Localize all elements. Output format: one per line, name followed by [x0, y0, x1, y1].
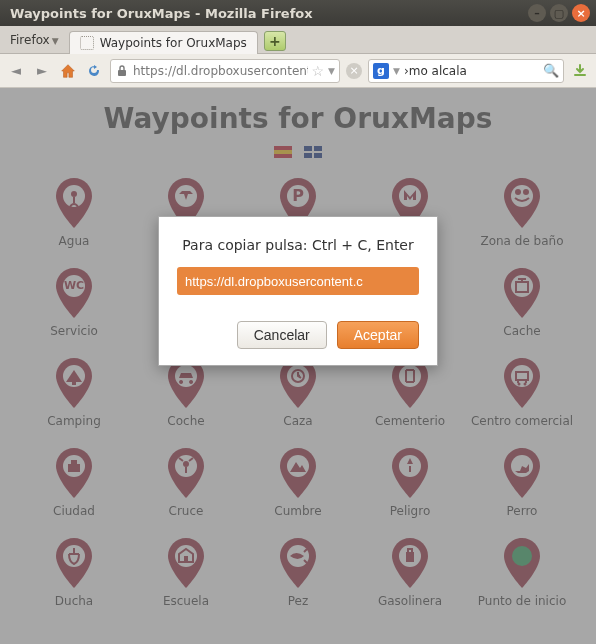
window-close-button[interactable]: ×	[572, 4, 590, 22]
reload-button[interactable]	[84, 61, 104, 81]
svg-rect-0	[118, 70, 126, 76]
google-search-icon: g	[373, 63, 389, 79]
chevron-down-icon: ▼	[52, 36, 59, 46]
accept-button[interactable]: Aceptar	[337, 321, 419, 349]
home-button[interactable]	[58, 61, 78, 81]
window-maximize-button[interactable]: ▢	[550, 4, 568, 22]
modal-overlay	[0, 88, 596, 644]
tab-strip: Firefox▼ Waypoints for OruxMaps +	[0, 26, 596, 54]
browser-tab[interactable]: Waypoints for OruxMaps	[69, 31, 258, 54]
copy-url-dialog: Para copiar pulsa: Ctrl + C, Enter Cance…	[158, 216, 438, 366]
dialog-message: Para copiar pulsa: Ctrl + C, Enter	[177, 237, 419, 253]
window-title: Waypoints for OruxMaps - Mozilla Firefox	[6, 6, 524, 21]
tab-favicon-placeholder-icon	[80, 36, 94, 50]
search-submit-icon[interactable]: 🔍	[543, 63, 559, 78]
cancel-button[interactable]: Cancelar	[237, 321, 327, 349]
url-dropdown-icon[interactable]: ▼	[328, 66, 335, 76]
bookmark-star-icon[interactable]: ☆	[312, 63, 325, 79]
lock-icon	[115, 64, 129, 78]
dialog-url-input[interactable]	[177, 267, 419, 295]
downloads-button[interactable]	[570, 61, 590, 81]
back-button[interactable]: ◄	[6, 61, 26, 81]
search-text: ›mo alcala	[404, 64, 539, 78]
stop-button[interactable]: ×	[346, 63, 362, 79]
search-bar[interactable]: g ▼ ›mo alcala 🔍	[368, 59, 564, 83]
browser-viewport: Waypoints for OruxMaps AguaAviónPAparcam…	[0, 88, 596, 644]
search-engine-dropdown-icon[interactable]: ▼	[393, 66, 400, 76]
window-titlebar: Waypoints for OruxMaps - Mozilla Firefox…	[0, 0, 596, 26]
forward-button[interactable]: ►	[32, 61, 52, 81]
window-minimize-button[interactable]: –	[528, 4, 546, 22]
address-bar[interactable]: https://dl.dropboxusercontent. ☆ ▼	[110, 59, 340, 83]
tab-title: Waypoints for OruxMaps	[100, 36, 247, 50]
navigation-toolbar: ◄ ► https://dl.dropboxusercontent. ☆ ▼ ×…	[0, 54, 596, 88]
firefox-menu-button[interactable]: Firefox▼	[6, 27, 69, 53]
url-text: https://dl.dropboxusercontent.	[133, 64, 308, 78]
new-tab-button[interactable]: +	[264, 31, 286, 51]
